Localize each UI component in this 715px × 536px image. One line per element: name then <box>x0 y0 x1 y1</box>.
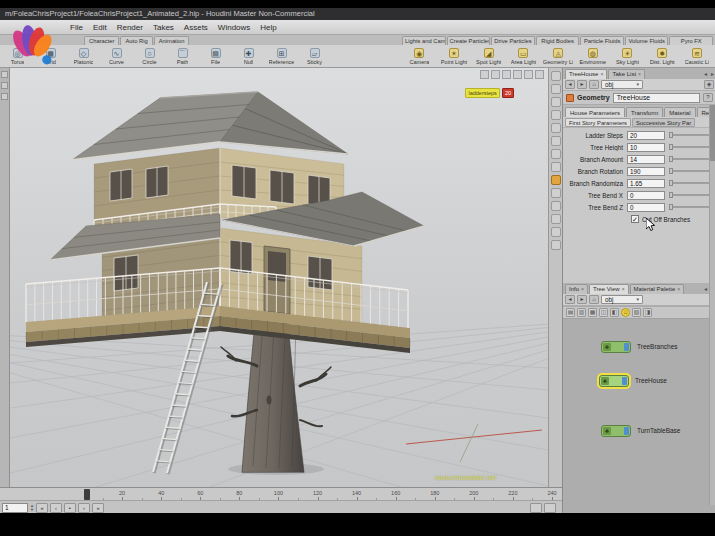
shelf-tab-animation[interactable]: Animation <box>154 36 190 45</box>
slider-handle[interactable] <box>669 168 673 174</box>
tree-bend-z-slider[interactable] <box>669 206 712 208</box>
param-tab-transform[interactable]: Transform <box>626 107 663 117</box>
shelf-tab-create-particles[interactable]: Create Particles <box>447 36 491 45</box>
tree-height-slider[interactable] <box>669 146 712 148</box>
nav-forward-button[interactable]: ▸ <box>577 80 587 89</box>
menu-assets[interactable]: Assets <box>184 23 208 32</box>
tool-file[interactable]: ▤File <box>199 45 232 67</box>
slider-handle[interactable] <box>669 192 673 198</box>
playbar-option-button[interactable] <box>530 503 542 513</box>
display-flag-icon[interactable] <box>624 343 629 351</box>
view-tool-icon[interactable] <box>551 240 561 250</box>
display-flag-icon[interactable] <box>622 377 627 385</box>
timeline-ruler[interactable]: 20406080100120140160180200220240 <box>0 488 562 501</box>
viewport-toolbar-button[interactable] <box>491 70 500 79</box>
param-tab-material[interactable]: Material <box>664 107 695 117</box>
tree-bend-x-slider[interactable] <box>669 194 712 196</box>
tool-platonic[interactable]: ◇Platonic <box>67 45 100 67</box>
param-subtab-first-story-parameters[interactable]: First Story Parameters <box>565 118 631 127</box>
viewport-toolbar-button[interactable] <box>502 70 511 79</box>
slider-handle[interactable] <box>669 132 673 138</box>
ladder-steps-slider[interactable] <box>669 134 712 136</box>
node-treebranches[interactable]: ♣ <box>601 341 631 353</box>
tool-caustic-li[interactable]: ≋Caustic Li <box>680 45 715 67</box>
close-tab-icon[interactable]: × <box>600 69 603 79</box>
shelf-tab-pyro-fx[interactable]: Pyro FX <box>669 36 713 45</box>
slider-handle[interactable] <box>669 156 673 162</box>
display-flag-icon[interactable] <box>624 427 629 435</box>
home-icon[interactable]: ⌂ <box>589 295 599 304</box>
network-tool-icon[interactable]: ☺ <box>621 308 630 317</box>
param-tab-house-parameters[interactable]: House Parameters <box>565 107 625 117</box>
pane-tab-take-list[interactable]: Take List× <box>608 69 645 79</box>
menu-windows[interactable]: Windows <box>218 23 250 32</box>
playback-button-4[interactable]: » <box>92 503 104 513</box>
tab-scroll-left-icon[interactable]: ◂ <box>702 70 709 77</box>
view-tool-icon[interactable] <box>551 227 561 237</box>
view-tool-icon[interactable] <box>551 175 561 185</box>
tool-spot-light[interactable]: ◢Spot Light <box>471 45 506 67</box>
network-tool-icon[interactable]: ▥ <box>577 308 586 317</box>
network-tool-icon[interactable]: ▦ <box>588 308 597 317</box>
network-editor[interactable]: ♣TreeBranches♣TreeHouse♣TurnTableBase <box>563 319 715 513</box>
tool-dist-light[interactable]: ✹Dist. Light <box>645 45 680 67</box>
node-treehouse[interactable]: ♣ <box>599 375 629 387</box>
path-dropdown[interactable]: obj ▾ <box>601 80 643 89</box>
close-tab-icon[interactable]: × <box>581 284 584 294</box>
network-tool-icon[interactable]: ◨ <box>643 308 652 317</box>
view-tool-icon[interactable] <box>551 201 561 211</box>
network-tool-icon[interactable]: ▤ <box>566 308 575 317</box>
playback-button-0[interactable]: « <box>36 503 48 513</box>
pin-button[interactable]: ◈ <box>704 80 714 89</box>
network-path-dropdown[interactable]: obj ▾ <box>601 295 643 304</box>
pane-tab-tree-view[interactable]: Tree View× <box>589 284 629 294</box>
viewport-3d[interactable]: laddersteps 20 www.rohandalvi.net <box>10 68 548 487</box>
menu-takes[interactable]: Takes <box>153 23 174 32</box>
branch-amount-slider[interactable] <box>669 158 712 160</box>
tool-area-light[interactable]: ▭Area Light <box>506 45 541 67</box>
branch-randomiza-slider[interactable] <box>669 182 712 184</box>
network-tool-icon[interactable]: ◫ <box>599 308 608 317</box>
tool-curve[interactable]: ∿Curve <box>100 45 133 67</box>
tool-point-light[interactable]: ✶Point Light <box>437 45 472 67</box>
tool-sticky[interactable]: ▱Sticky <box>298 45 331 67</box>
tool-sky-light[interactable]: ☀Sky Light <box>610 45 645 67</box>
tool-null[interactable]: ✚Null <box>232 45 265 67</box>
left-toolbar-icon[interactable] <box>1 93 8 100</box>
menu-edit[interactable]: Edit <box>93 23 107 32</box>
shelf-tab-volume-fluids[interactable]: Volume Fluids <box>625 36 669 45</box>
viewport-toolbar-button[interactable] <box>480 70 489 79</box>
tool-environme[interactable]: ◍Environme <box>575 45 610 67</box>
tree-bend-x-field[interactable]: 0 <box>627 191 665 200</box>
tool-reference[interactable]: ⊞Reference <box>265 45 298 67</box>
slider-handle[interactable] <box>669 180 673 186</box>
view-tool-icon[interactable] <box>551 97 561 107</box>
branch-rotation-slider[interactable] <box>669 170 712 172</box>
node-turntablebase[interactable]: ♣ <box>601 425 631 437</box>
viewport-toolbar-button[interactable] <box>513 70 522 79</box>
view-tool-icon[interactable] <box>551 110 561 120</box>
panel-scrollbar[interactable] <box>709 105 715 505</box>
viewport-toolbar-button[interactable] <box>524 70 533 79</box>
tool-geometry-li[interactable]: ◬Geometry Li <box>541 45 576 67</box>
branch-rotation-field[interactable]: 190 <box>627 167 665 176</box>
playback-button-3[interactable]: › <box>78 503 90 513</box>
close-tab-icon[interactable]: × <box>638 69 641 79</box>
viewport-toolbar-button[interactable] <box>535 70 544 79</box>
close-tab-icon[interactable]: × <box>622 284 625 294</box>
shelf-tab-rigid-bodies[interactable]: Rigid Bodies <box>536 36 580 45</box>
scrollbar-thumb[interactable] <box>710 105 715 161</box>
current-frame-field[interactable]: 1 <box>2 503 28 513</box>
pane-tab-treehouse[interactable]: TreeHouse× <box>565 69 607 79</box>
view-tool-icon[interactable] <box>551 84 561 94</box>
view-tool-icon[interactable] <box>551 162 561 172</box>
tool-path[interactable]: ⌒Path <box>166 45 199 67</box>
node-name-field[interactable]: TreeHouse <box>613 93 700 103</box>
left-toolbar-icon[interactable] <box>1 82 8 89</box>
left-toolbar-icon[interactable] <box>1 71 8 78</box>
cut-off-branches-checkbox[interactable]: ✓ <box>631 215 639 223</box>
view-tool-icon[interactable] <box>551 136 561 146</box>
shelf-tab-drive-particles[interactable]: Drive Particles <box>491 36 535 45</box>
frame-spinner[interactable]: ▲▼ <box>30 504 34 512</box>
playback-button-2[interactable]: ▪ <box>64 503 76 513</box>
